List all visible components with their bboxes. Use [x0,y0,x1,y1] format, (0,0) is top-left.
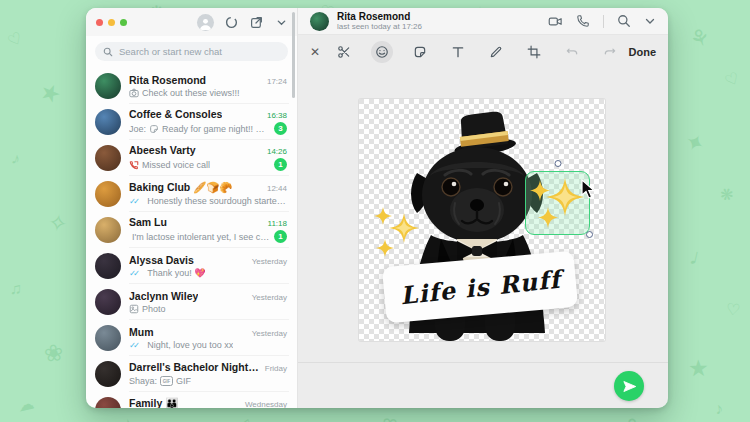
chat-preview: Missed voice call [142,160,210,170]
status-icon[interactable] [224,15,239,30]
preview-icon [129,160,139,170]
chat-avatar [95,145,121,171]
preview-sender: Shaya: [129,376,157,386]
chat-preview: Photo [142,304,166,314]
search-icon [103,47,113,57]
read-receipt-icon: ✓✓ [129,268,137,278]
rotate-handle[interactable] [554,160,561,167]
chat-timestamp: 14:26 [261,147,287,156]
chat-avatar [95,73,121,99]
chat-name: Darrell's Bachelor Night 🍾 [129,361,259,374]
undo-button[interactable] [561,41,583,63]
draw-tool-button[interactable] [485,41,507,63]
chevron-down-icon[interactable] [274,15,289,30]
chat-avatar [95,181,121,207]
chat-list-item[interactable]: Abeesh Varty 14:26 ✓✓ Missed voice call … [86,140,297,176]
emoji-tool-button[interactable] [371,41,393,63]
search-input[interactable]: Search or start new chat [95,42,288,61]
chat-name: Alyssa Davis [129,254,194,266]
preview-icon [129,88,139,98]
text-tool-button[interactable] [447,41,469,63]
chat-name: Abeesh Varty [129,144,196,156]
done-button[interactable]: Done [629,46,657,58]
video-call-icon[interactable] [548,14,563,29]
chat-preview: GIF [176,376,191,386]
sparkles-emoji-selected[interactable] [529,176,587,232]
conversation-header: Rita Rosemond last seen today at 17:26 [298,8,668,35]
chat-list-item[interactable]: Rita Rosemond 17:24 ✓✓ Check out these v… [86,68,297,104]
preview-sender: Joe: [129,124,146,134]
chat-avatar [95,109,121,135]
search-chat-icon[interactable] [617,14,631,28]
person-icon [199,17,212,30]
chat-preview: Check out these views!!! [142,88,240,98]
minimize-window-button[interactable] [108,19,115,26]
chat-name: Jaclynn Wiley [129,290,198,302]
unread-badge: 1 [274,158,287,171]
chat-list-item[interactable]: Baking Club 🥖🍞🥐 12:44 ✓✓ Honestly these … [86,176,297,212]
crop-tool-button[interactable] [523,41,545,63]
chat-list-item[interactable]: Sam Lu 11:18 ✓✓ I'm lactose intolerant y… [86,212,297,248]
sparkles-emoji-left[interactable] [371,205,423,259]
close-editor-button[interactable]: ✕ [310,45,326,59]
resize-handle[interactable] [586,231,593,238]
svg-text:GIF: GIF [163,379,171,384]
chat-timestamp: Yesterday [246,329,287,338]
preview-icon [129,304,139,314]
chat-avatar [95,361,121,387]
contact-name: Rita Rosemond [337,11,422,23]
sidebar: Search or start new chat Rita Rosemond 1… [86,8,298,408]
chat-list-item[interactable]: Darrell's Bachelor Night 🍾 Friday ✓✓ Sha… [86,356,297,392]
chat-preview: I'm lactose intolerant yet, I see cheese… [132,232,271,242]
chat-preview: Night, love you too xx [147,340,233,350]
chat-name: Rita Rosemond [129,74,206,86]
unread-badge: 1 [274,230,287,243]
voice-call-icon[interactable] [576,14,590,28]
chat-list-item[interactable]: Mum Yesterday ✓✓ Night, love you too xx [86,320,297,356]
redo-button[interactable] [599,41,621,63]
contact-last-seen: last seen today at 17:26 [337,22,422,31]
chat-timestamp: 12:44 [261,184,287,193]
new-chat-icon[interactable] [249,15,264,30]
chat-name: Family 👪 [129,397,178,408]
chat-list-item[interactable]: Jaclynn Wiley Yesterday ✓✓ Photo [86,284,297,320]
chat-preview: Thank you! 💖 [147,268,205,278]
chat-timestamp: Friday [259,364,287,373]
chat-avatar [95,217,121,243]
cutout-tool-button[interactable] [333,41,355,63]
whatsapp-window: Search or start new chat Rita Rosemond 1… [86,8,668,408]
contact-avatar[interactable] [310,12,329,31]
chat-timestamp: 16:38 [261,111,287,120]
mouse-cursor [581,179,597,199]
chat-avatar [95,253,121,279]
canvas-area: Life is Ruff [298,68,668,362]
chat-avatar [95,325,121,351]
caption-text: Life is Ruff [398,264,561,310]
chat-name: Mum [129,326,154,338]
chevron-down-icon[interactable] [644,15,656,27]
chat-list-item[interactable]: Coffee & Consoles 16:38 ✓✓ Joe: Ready fo… [86,104,297,140]
chat-name: Coffee & Consoles [129,108,222,120]
sticker-canvas[interactable]: Life is Ruff [359,99,605,341]
editor-panel: Rita Rosemond last seen today at 17:26 ✕ [298,8,668,408]
read-receipt-icon: ✓✓ [129,196,137,206]
editor-footer [298,362,668,408]
macos-traffic-lights[interactable] [96,19,127,26]
search-bar-container: Search or start new chat [86,36,297,68]
chat-avatar [95,397,121,408]
chat-list-scrollbar[interactable] [292,12,295,98]
sticker-tool-button[interactable] [409,41,431,63]
chat-list-item[interactable]: Family 👪 Wednesday ✓✓ Grandma: Happy dan… [86,392,297,408]
close-window-button[interactable] [96,19,103,26]
chat-timestamp: Yesterday [246,257,287,266]
profile-avatar[interactable] [197,14,214,31]
send-icon [622,379,637,394]
chat-preview: Ready for game night!! 👊♟👊 [162,124,271,134]
send-button[interactable] [614,371,644,401]
zoom-window-button[interactable] [120,19,127,26]
sidebar-header [86,8,297,36]
sticker-editor-toolbar: ✕ [298,35,668,68]
chat-preview: Honestly these sourdough starters are aw… [147,196,287,206]
chat-list-item[interactable]: Alyssa Davis Yesterday ✓✓ Thank you! 💖 [86,248,297,284]
header-divider [603,15,604,28]
